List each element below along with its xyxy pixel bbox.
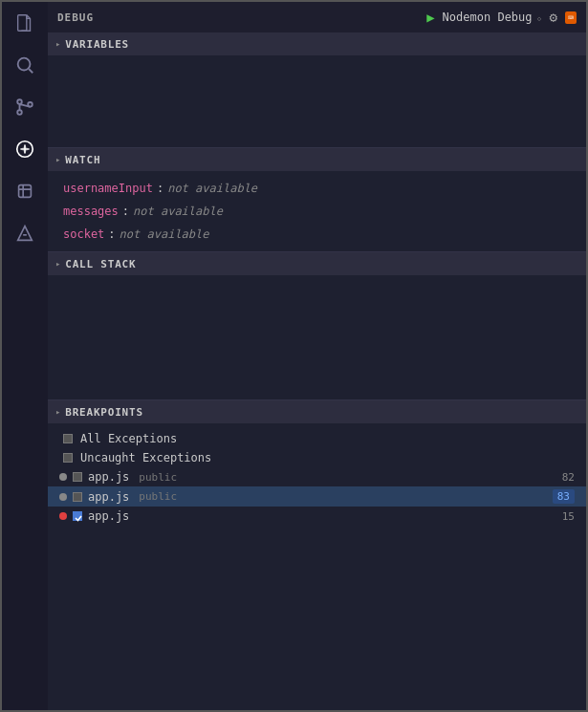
debug-header: DEBUG ▶ Nodemon Debug ⬦ ⚙ ⌨ [48,2,586,32]
callstack-header[interactable]: ▸ CALL STACK [48,252,586,275]
watch-var-2: socket [63,226,104,243]
bp-filename-2: app.js [88,509,129,523]
variables-header[interactable]: ▸ VARIABLES [48,32,586,55]
session-selector[interactable]: Nodemon Debug ⬦ [443,11,542,24]
callstack-arrow: ▸ [55,259,61,269]
bp-all-exceptions-checkbox[interactable] [63,434,73,443]
variables-label: VARIABLES [65,38,129,51]
breakpoints-content: All Exceptions Uncaught Exceptions app.j… [48,423,586,710]
watch-section: ▸ WATCH usernameInput : not available me… [48,148,586,251]
svg-point-3 [17,110,22,115]
bp-filename-1: app.js [88,490,129,504]
bp-dot-0 [59,473,67,481]
bp-dot-2 [59,512,67,520]
breakpoints-label: BREAKPOINTS [65,406,143,419]
activity-icon-source-control[interactable] [11,94,38,120]
svg-rect-7 [19,185,32,198]
bp-line-1: 83 [553,489,575,504]
svg-point-1 [18,58,31,71]
session-name: Nodemon Debug [443,11,533,24]
header-controls: ▶ Nodemon Debug ⬦ ⚙ ⌨ [426,10,577,25]
debug-title: DEBUG [57,11,94,24]
watch-item-2: socket : not available [48,223,586,246]
variables-section: ▸ VARIABLES [48,32,586,147]
bp-file-checkbox-2[interactable] [73,511,82,521]
watch-var-1: messages [63,203,119,220]
watch-arrow: ▸ [55,155,61,164]
bp-line-2: 15 [562,510,575,523]
bp-file-checkbox-1[interactable] [73,492,82,502]
variables-arrow: ▸ [55,39,61,49]
callstack-section: ▸ CALL STACK [48,252,586,399]
callstack-content [48,275,586,399]
watch-val-0: not available [167,180,257,197]
watch-colon-2: : [108,226,115,243]
bp-file-checkbox-0[interactable] [73,472,82,482]
bp-uncaught-exceptions-label: Uncaught Exceptions [80,451,211,464]
bp-uncaught-exceptions-checkbox[interactable] [63,453,73,463]
bp-filename-0: app.js [88,470,129,484]
callstack-label: CALL STACK [65,258,136,270]
bp-file-row-0[interactable]: app.js public 82 [48,467,586,486]
bp-all-exceptions-row[interactable]: All Exceptions [48,429,586,448]
sidebar: DEBUG ▶ Nodemon Debug ⬦ ⚙ ⌨ ▸ VARIABLES [48,2,586,710]
bp-path-1: public [139,490,177,503]
play-button[interactable]: ▶ [426,10,434,25]
bp-file-row-1[interactable]: app.js public 83 [48,486,586,507]
bp-dot-1 [59,493,67,501]
watch-val-1: not available [133,203,223,220]
bp-uncaught-exceptions-row[interactable]: Uncaught Exceptions [48,448,586,467]
activity-icon-debug[interactable] [11,178,38,205]
breakpoints-section: ▸ BREAKPOINTS All Exceptions Uncaught Ex… [48,400,586,710]
settings-button[interactable]: ⚙ [550,10,557,25]
watch-label: WATCH [65,154,100,166]
svg-point-2 [17,99,22,104]
activity-icon-search[interactable] [11,52,38,78]
variables-content [48,55,586,147]
watch-colon-1: : [122,203,129,220]
watch-header[interactable]: ▸ WATCH [48,148,586,171]
session-dropdown-icon: ⬦ [536,12,542,23]
svg-rect-0 [18,15,27,32]
watch-item-0: usernameInput : not available [48,177,586,200]
activity-icon-extensions[interactable] [11,136,38,162]
bp-all-exceptions-label: All Exceptions [80,432,177,445]
watch-val-2: not available [120,226,209,243]
app-container: DEBUG ▶ Nodemon Debug ⬦ ⚙ ⌨ ▸ VARIABLES [2,2,586,710]
activity-icon-triangle[interactable] [11,220,38,247]
bp-path-0: public [139,471,177,484]
watch-content: usernameInput : not available messages :… [48,171,586,251]
watch-colon-0: : [157,180,163,197]
breakpoints-header[interactable]: ▸ BREAKPOINTS [48,400,586,423]
watch-item-1: messages : not available [48,200,586,223]
bp-file-row-2[interactable]: app.js 15 [48,507,586,526]
bp-line-0: 82 [562,471,575,484]
breakpoints-arrow: ▸ [55,407,61,417]
activity-icon-files[interactable] [11,10,38,36]
debug-console-button[interactable]: ⌨ [565,11,577,24]
activity-bar [2,2,48,710]
watch-var-0: usernameInput [63,180,153,197]
svg-point-6 [22,146,28,152]
